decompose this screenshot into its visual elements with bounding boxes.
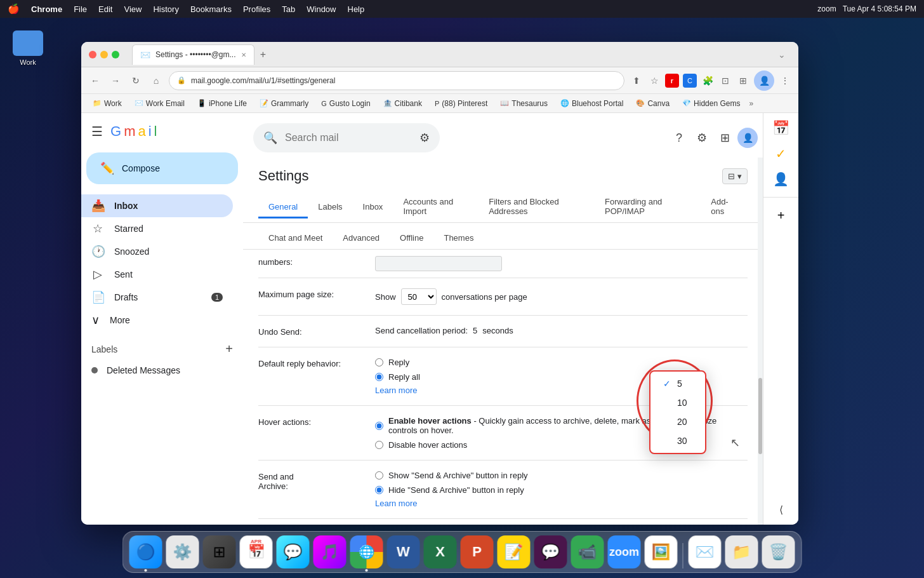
help-icon[interactable]: ? [669, 128, 689, 148]
settings-scrollbar[interactable] [758, 158, 763, 525]
dock-powerpoint[interactable]: P [461, 535, 494, 568]
menubar-help[interactable]: Help [348, 4, 365, 14]
sidebar-item-inbox[interactable]: 📥 Inbox [81, 194, 233, 217]
enable-hover-radio[interactable] [375, 422, 383, 430]
menubar-view[interactable]: View [124, 4, 142, 14]
show-send-archive-item[interactable]: Show "Send & Archive" button in reply [375, 471, 748, 480]
settings-view-button[interactable]: ⊟ ▾ [722, 168, 748, 184]
menubar-file[interactable]: File [74, 4, 87, 14]
bookmark-bluehost[interactable]: 🌐 Bluehost Portal [555, 97, 628, 110]
hide-send-archive-radio[interactable] [375, 486, 383, 494]
bookmark-star-icon[interactable]: ☆ [647, 74, 661, 88]
sidebar-item-more[interactable]: ∨ More [81, 309, 243, 332]
calendar-app-icon[interactable]: 📅 [771, 118, 791, 138]
maximize-button[interactable] [112, 51, 119, 58]
subtab-themes[interactable]: Themes [433, 228, 484, 250]
scroll-thumb[interactable] [758, 378, 762, 454]
dock-preview[interactable]: 🖼️ [645, 535, 678, 568]
more-menu-icon[interactable]: ⋮ [778, 74, 792, 88]
bookmark-thesaurus[interactable]: 📖 Thesaurus [495, 97, 553, 110]
compose-button[interactable]: ✏️ Compose [86, 152, 238, 184]
puzzle-icon[interactable]: 🧩 [701, 74, 715, 88]
dock-chrome[interactable]: 🌐 [350, 535, 383, 568]
hide-send-archive-item[interactable]: Hide "Send & Archive" button in reply [375, 485, 748, 495]
bookmark-hidden-gems[interactable]: 💎 Hidden Gems [677, 97, 745, 110]
minimize-button[interactable] [100, 51, 108, 58]
label-deleted-messages[interactable]: Deleted Messages [81, 359, 243, 382]
back-button[interactable]: ← [88, 73, 103, 88]
new-tab-button[interactable]: + [254, 46, 272, 64]
bookmark-citibank[interactable]: 🏦 Citibank [378, 97, 427, 110]
numbers-input[interactable] [375, 256, 502, 271]
menubar-edit[interactable]: Edit [98, 4, 112, 14]
tab-addons[interactable]: Add-ons [701, 192, 748, 223]
hamburger-menu-icon[interactable]: ☰ [91, 124, 103, 139]
dock-zoom[interactable]: zoom [608, 535, 641, 568]
reload-button[interactable]: ↻ [128, 73, 143, 88]
share-icon[interactable]: ⬆ [630, 74, 644, 88]
apple-menu[interactable]: 🍎 [8, 3, 20, 15]
extension-icon-1[interactable]: r [665, 74, 679, 88]
contacts-icon[interactable]: 👤 [771, 169, 791, 189]
sidebar-item-sent[interactable]: ▷ Sent [81, 263, 233, 286]
bookmark-grammarly[interactable]: 📝 Grammarly [254, 97, 314, 110]
dock-finder[interactable]: 🔵 [129, 535, 162, 568]
reader-mode-icon[interactable]: ⊡ [718, 74, 732, 88]
add-app-icon[interactable]: + [771, 205, 791, 225]
dropdown-item-30[interactable]: ✓ 30 [650, 431, 705, 450]
dropdown-item-10[interactable]: ✓ 10 [650, 393, 705, 412]
browser-collapse-button[interactable]: ⌄ [778, 50, 791, 60]
settings-icon[interactable]: ⚙ [692, 128, 712, 148]
dock-system-prefs[interactable]: ⚙️ [166, 535, 199, 568]
address-bar[interactable]: 🔒 mail.google.com/mail/u/1/#settings/gen… [169, 71, 624, 90]
bookmark-canva[interactable]: 🎨 Canva [631, 97, 675, 110]
apps-icon[interactable]: ⊞ [715, 128, 735, 148]
bookmark-iphone-life[interactable]: 📱 iPhone Life [192, 97, 252, 110]
home-button[interactable]: ⌂ [148, 73, 164, 88]
sidebar-item-starred[interactable]: ☆ Starred [81, 217, 233, 240]
sidebar-item-snoozed[interactable]: 🕐 Snoozed [81, 240, 233, 263]
bookmark-gusto[interactable]: G Gusto Login [316, 97, 375, 110]
reply-radio-item[interactable]: Reply [375, 358, 748, 367]
desktop-folder[interactable]: Work [13, 30, 43, 66]
menubar-profiles[interactable]: Profiles [243, 4, 270, 14]
sidebar-icon[interactable]: ⊞ [736, 74, 750, 88]
add-label-button[interactable]: + [225, 342, 233, 356]
dock-mail[interactable]: ✉️ [689, 535, 722, 568]
tab-accounts-import[interactable]: Accounts and Import [393, 192, 478, 223]
reply-all-radio[interactable] [375, 373, 383, 381]
expand-panel-icon[interactable]: ⟨ [771, 499, 791, 520]
subtab-chat-meet[interactable]: Chat and Meet [258, 228, 333, 250]
dock-launchpad[interactable]: ⊞ [203, 535, 236, 568]
tasks-icon[interactable]: ✓ [771, 144, 791, 164]
dock-music[interactable]: 🎵 [314, 535, 346, 568]
menubar-history[interactable]: History [153, 4, 178, 14]
dock-word[interactable]: W [387, 535, 420, 568]
page-size-select[interactable]: 25 50 100 [401, 288, 437, 305]
dock-calendar[interactable]: 📅 APR4 [240, 535, 273, 568]
gmail-tab[interactable]: ✉️ Settings - ••••••••@gm... ✕ [132, 44, 254, 65]
dock-notes[interactable]: 📝 [498, 535, 531, 568]
close-button[interactable] [89, 51, 96, 58]
dock-folder[interactable]: 📁 [725, 535, 758, 568]
disable-hover-radio[interactable] [375, 441, 383, 449]
menubar-bookmarks[interactable]: Bookmarks [190, 4, 232, 14]
bookmark-work[interactable]: 📁 Work [88, 97, 127, 110]
menubar-chrome[interactable]: Chrome [31, 4, 62, 14]
dock-facetime[interactable]: 📹 [571, 535, 604, 568]
bookmark-work-email[interactable]: ✉️ Work Email [129, 97, 190, 110]
tab-inbox[interactable]: Inbox [353, 197, 393, 218]
subtab-offline[interactable]: Offline [390, 228, 433, 250]
user-avatar[interactable]: 👤 [737, 128, 758, 148]
extension-icon-2[interactable]: C [683, 74, 697, 88]
profile-avatar[interactable]: 👤 [754, 71, 774, 91]
sidebar-item-drafts[interactable]: 📄 Drafts 1 [81, 286, 233, 309]
dock-slack[interactable]: 💬 [534, 535, 567, 568]
subtab-advanced[interactable]: Advanced [333, 228, 390, 250]
dock-excel[interactable]: X [424, 535, 457, 568]
dropdown-item-5[interactable]: ✓ 5 [650, 374, 705, 393]
send-archive-learn-more[interactable]: Learn more [375, 499, 748, 508]
tab-forwarding[interactable]: Forwarding and POP/IMAP [595, 192, 701, 223]
tab-labels[interactable]: Labels [308, 197, 352, 218]
show-send-archive-radio[interactable] [375, 471, 383, 480]
